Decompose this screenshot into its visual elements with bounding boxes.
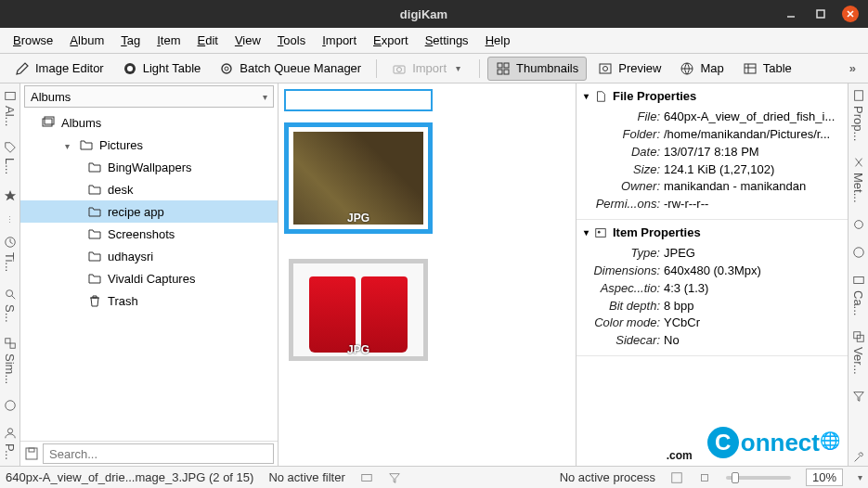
- fit-window-icon[interactable]: [670, 471, 683, 484]
- svg-point-33: [598, 230, 601, 233]
- menu-album[interactable]: Album: [62, 30, 111, 51]
- rail-tab-timeline[interactable]: Ti...: [1, 234, 19, 274]
- svg-rect-34: [854, 91, 862, 101]
- menu-tag[interactable]: Tag: [113, 30, 148, 51]
- rail-tab-filters[interactable]: [850, 388, 867, 405]
- minimize-button[interactable]: [783, 6, 799, 22]
- tree-folder-item[interactable]: recipe app: [20, 200, 278, 223]
- rail-tab-properties[interactable]: Prop...: [849, 87, 867, 143]
- toolbar-overflow[interactable]: »: [846, 61, 861, 75]
- menu-settings[interactable]: Settings: [418, 30, 476, 51]
- import-button[interactable]: Import ▾: [384, 58, 472, 80]
- item-properties-header[interactable]: ▾ Item Properties: [584, 225, 840, 239]
- property-label: Folder:: [584, 126, 664, 144]
- zoom-slider[interactable]: [726, 476, 791, 480]
- chevron-down-icon[interactable]: ▾: [858, 472, 862, 482]
- rail-tab-geo[interactable]: [850, 244, 867, 261]
- expand-icon[interactable]: [65, 138, 73, 152]
- thumb-card[interactable]: JPG: [284, 250, 433, 366]
- tree-folder-item[interactable]: Screenshots: [20, 223, 278, 245]
- camera-icon: [392, 61, 407, 76]
- main-area: Al... L... ⋮ Ti... S... Sim... P... Albu…: [0, 83, 868, 466]
- zoom-value[interactable]: 10%: [806, 469, 843, 486]
- tree-trash[interactable]: Trash: [20, 289, 278, 312]
- tree-folder-item[interactable]: BingWallpapers: [20, 156, 278, 178]
- maximize-button[interactable]: [812, 6, 829, 22]
- tree-folder-item[interactable]: udhaysri: [20, 245, 278, 267]
- watermark: Connect🌐 .com: [577, 356, 848, 466]
- svg-point-7: [225, 67, 228, 71]
- thumb-image: JPG: [289, 127, 428, 229]
- property-label: Sidecar:: [584, 332, 664, 350]
- preview-button[interactable]: Preview: [590, 58, 668, 80]
- rail-tab-map[interactable]: [2, 397, 19, 414]
- svg-rect-37: [853, 276, 863, 283]
- image-editor-button[interactable]: Image Editor: [7, 58, 111, 80]
- rail-tab-tools[interactable]: [850, 449, 867, 466]
- rail-tab-versions[interactable]: Ver...: [849, 328, 867, 377]
- light-table-button[interactable]: Light Table: [115, 58, 209, 80]
- table-label: Table: [763, 61, 792, 75]
- rail-tab-star[interactable]: [2, 187, 19, 204]
- tree-label: Pictures: [99, 138, 143, 152]
- album-tree[interactable]: Albums Pictures BingWallpapersdeskrecipe…: [20, 109, 278, 441]
- rail-tab-metadata[interactable]: Met...: [849, 154, 867, 205]
- svg-point-22: [6, 289, 12, 296]
- map-button[interactable]: Map: [672, 58, 731, 80]
- folder-icon: [87, 249, 102, 263]
- rail-tab-albums[interactable]: Al...: [1, 87, 19, 128]
- color-label-icon[interactable]: [360, 471, 373, 484]
- menu-import[interactable]: Import: [315, 30, 364, 51]
- file-icon: [594, 90, 607, 103]
- status-filter: No active filter: [268, 470, 344, 484]
- sidebar: Albums ▾ Albums Pictures BingWallpapersd…: [20, 83, 279, 466]
- batch-queue-button[interactable]: Batch Queue Manager: [212, 58, 369, 80]
- tree-folder-item[interactable]: Vivaldi Captures: [20, 267, 278, 289]
- property-label: Bit depth:: [584, 298, 664, 315]
- thumbnail-view[interactable]: JPG JPG: [279, 83, 577, 466]
- zoom-handle[interactable]: [732, 472, 739, 483]
- tree-pictures[interactable]: Pictures: [20, 134, 278, 156]
- menu-view[interactable]: View: [227, 30, 268, 51]
- menu-export[interactable]: Export: [366, 30, 416, 51]
- svg-rect-41: [672, 472, 682, 482]
- property-row: Color mode:YCbCr: [584, 315, 840, 332]
- property-label: Permi...ons:: [584, 196, 664, 213]
- image-editor-label: Image Editor: [35, 61, 104, 75]
- property-row: Sidecar:No: [584, 332, 840, 350]
- svg-rect-24: [5, 339, 9, 343]
- table-button[interactable]: Table: [735, 58, 799, 80]
- rail-tab-labels[interactable]: L...: [1, 139, 19, 176]
- property-row: Size:124.1 KiB (1,27,102): [584, 161, 840, 179]
- tree-label: BingWallpapers: [108, 161, 192, 174]
- rail-tab-captions[interactable]: Ca...: [849, 272, 867, 317]
- svg-rect-12: [498, 70, 502, 74]
- menu-tools[interactable]: Tools: [270, 30, 313, 51]
- albums-combo[interactable]: Albums ▾: [24, 85, 274, 108]
- zoom-100-icon[interactable]: [698, 471, 711, 484]
- rail-tab-colors[interactable]: [850, 216, 867, 233]
- rail-tab-similar[interactable]: Sim...: [1, 335, 19, 386]
- menu-help[interactable]: Help: [478, 30, 518, 51]
- funnel-icon[interactable]: [388, 471, 401, 484]
- close-button[interactable]: [842, 6, 859, 22]
- menu-item[interactable]: Item: [149, 30, 188, 51]
- tree-root-albums[interactable]: Albums: [20, 111, 278, 134]
- thumbnails-button[interactable]: Thumbnails: [487, 57, 587, 81]
- menu-edit[interactable]: Edit: [189, 30, 225, 51]
- file-properties-header[interactable]: ▾ File Properties: [584, 89, 840, 103]
- rail-tab-people[interactable]: P...: [1, 425, 19, 462]
- property-value: JPEG: [664, 245, 840, 263]
- svg-line-23: [11, 295, 15, 299]
- property-value: 640x480 (0.3Mpx): [664, 263, 840, 280]
- image-icon: [594, 226, 607, 239]
- menu-browse[interactable]: Browse: [6, 30, 60, 51]
- thumb-card-prev[interactable]: [284, 89, 433, 111]
- rail-tab-search[interactable]: S...: [1, 286, 19, 325]
- search-input[interactable]: [43, 443, 274, 464]
- tree-folder-item[interactable]: desk: [20, 178, 278, 200]
- globe-icon: [680, 61, 694, 76]
- collapse-icon: ▾: [584, 91, 589, 101]
- thumb-card-selected[interactable]: JPG: [284, 122, 433, 234]
- save-icon[interactable]: [24, 446, 39, 461]
